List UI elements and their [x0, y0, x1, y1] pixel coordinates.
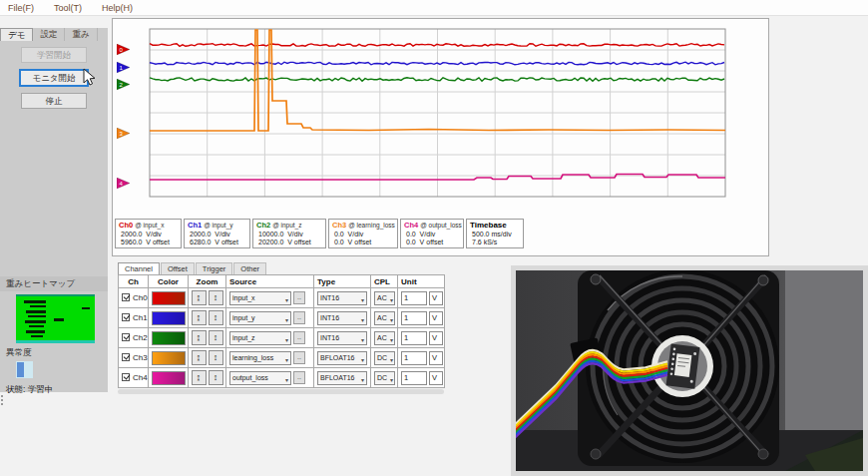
settings-tab-trigger[interactable]: Trigger [196, 262, 232, 274]
channel-checkbox[interactable] [122, 353, 130, 361]
color-swatch[interactable] [152, 371, 186, 385]
vertical-zoom-out-button[interactable]: ↕ [209, 310, 223, 325]
status-label: 状態: 学習中 [6, 384, 108, 396]
channel-info-row: Ch0 @ input_x 2000.0 V/div5960.0 V offse… [115, 219, 524, 248]
source-dropdown[interactable]: input_y▾ [229, 311, 291, 325]
unit-suffix-input[interactable]: V [429, 371, 443, 385]
channel-marker-ch0[interactable]: 0 [117, 44, 131, 55]
channel-settings-block: ChannelOffsetTriggerOther ChColorZoomSou… [118, 262, 444, 388]
settings-tab-channel[interactable]: Channel [118, 262, 160, 274]
cpl-dropdown[interactable]: AC▾ [374, 331, 395, 345]
channel-label: Ch2 [133, 333, 148, 342]
settings-tab-other[interactable]: Other [233, 262, 266, 274]
source-browse-button[interactable]: .. [293, 371, 305, 384]
sidebar-tab-設定[interactable]: 設定 [33, 28, 65, 41]
column-header-type: Type [314, 275, 371, 288]
cpl-dropdown[interactable]: AC▾ [374, 291, 395, 305]
weight-heatmap-title: 重みヒートマップ [0, 276, 108, 291]
channel-info-ch2: Ch2 @ input_z 10000.0 V/div20200.0 V off… [252, 219, 326, 248]
source-dropdown[interactable]: input_z▾ [229, 331, 291, 345]
unit-suffix-input[interactable]: V [429, 351, 443, 365]
splitter-grip[interactable] [1, 395, 5, 405]
settings-tab-offset[interactable]: Offset [161, 262, 195, 274]
type-dropdown[interactable]: BFLOAT16▾ [317, 371, 367, 385]
unit-suffix-input[interactable]: V [429, 291, 443, 305]
unit-suffix-input[interactable]: V [429, 331, 443, 345]
table-row: Ch4↨↕output_loss▾..BFLOAT16▾DC▾1V [119, 368, 445, 388]
cpl-dropdown[interactable]: DC▾ [374, 351, 395, 365]
mouse-cursor [83, 68, 96, 90]
channel-cell-ch0: Ch0 [119, 288, 149, 308]
start-monitor-button[interactable]: モニタ開始 [19, 69, 89, 87]
table-row: Ch3↨↕learning_loss▾..BFLOAT16▾DC▾1V [119, 348, 445, 368]
type-dropdown[interactable]: INT16▾ [317, 291, 367, 305]
cpl-dropdown[interactable]: AC▾ [374, 311, 395, 325]
channel-label: Ch0 [133, 293, 148, 302]
vertical-zoom-out-button[interactable]: ↕ [209, 330, 223, 345]
channel-checkbox[interactable] [122, 333, 130, 341]
column-header-cpl: CPL [371, 275, 398, 288]
channel-cell-ch2: Ch2 [119, 328, 149, 348]
column-header-unit: Unit [398, 275, 445, 288]
menu-item-file[interactable]: File(F) [8, 3, 34, 13]
vertical-zoom-in-button[interactable]: ↨ [192, 310, 207, 325]
unit-value-input[interactable]: 1 [401, 291, 427, 305]
source-browse-button[interactable]: .. [293, 351, 305, 364]
unit-value-input[interactable]: 1 [401, 351, 427, 365]
vertical-zoom-in-button[interactable]: ↨ [192, 370, 207, 385]
stop-button[interactable]: 停止 [21, 93, 87, 109]
color-swatch[interactable] [152, 351, 186, 365]
channel-checkbox[interactable] [122, 373, 130, 381]
settings-tab-strip: ChannelOffsetTriggerOther [118, 262, 444, 274]
source-dropdown[interactable]: output_loss▾ [229, 371, 291, 385]
unit-value-input[interactable]: 1 [401, 331, 427, 345]
vertical-zoom-out-button[interactable]: ↕ [209, 370, 223, 385]
cpl-dropdown[interactable]: DC▾ [374, 371, 395, 385]
source-browse-button[interactable]: .. [293, 331, 305, 344]
unit-suffix-input[interactable]: V [429, 311, 443, 325]
table-horizontal-scrollbar[interactable] [118, 389, 444, 394]
source-browse-button[interactable]: .. [293, 311, 305, 324]
waveform-grid [149, 28, 726, 202]
channel-checkbox[interactable] [122, 293, 130, 301]
start-learning-button[interactable]: 学習開始 [21, 47, 87, 63]
color-swatch[interactable] [152, 311, 186, 325]
source-browse-button[interactable]: .. [293, 291, 305, 304]
color-swatch[interactable] [152, 331, 186, 345]
scope-plot-panel: 01234 Ch0 @ input_x 2000.0 V/div5960.0 V… [112, 18, 769, 256]
menu-bar: File(F)Tool(T)Help(H) [0, 0, 868, 16]
type-dropdown[interactable]: INT16▾ [317, 311, 367, 325]
unit-value-input[interactable]: 1 [401, 371, 427, 385]
column-header-ch: Ch [119, 275, 149, 288]
menu-item-tool[interactable]: Tool(T) [54, 3, 82, 13]
channel-marker-ch3[interactable]: 3 [117, 128, 131, 139]
sidebar-tab-デモ[interactable]: デモ [0, 28, 33, 41]
vertical-zoom-out-button[interactable]: ↕ [209, 290, 223, 305]
channel-label: Ch3 [133, 353, 148, 362]
column-header-color: Color [149, 275, 189, 288]
channel-marker-ch1[interactable]: 1 [117, 62, 131, 73]
vertical-zoom-in-button[interactable]: ↨ [192, 290, 207, 305]
type-dropdown[interactable]: INT16▾ [317, 331, 367, 345]
channel-checkbox[interactable] [122, 313, 130, 321]
vertical-zoom-out-button[interactable]: ↕ [209, 350, 223, 365]
column-header-zoom: Zoom [189, 275, 226, 288]
sidebar-tab-strip: デモ設定重み [0, 28, 108, 41]
timebase-info: Timebase500.0 ms/div7.6 kS/s [466, 219, 524, 248]
sidebar-tab-重み[interactable]: 重み [65, 28, 97, 41]
source-dropdown[interactable]: learning_loss▾ [229, 351, 291, 365]
channel-cell-ch3: Ch3 [119, 348, 149, 368]
vertical-zoom-in-button[interactable]: ↨ [192, 330, 207, 345]
anomaly-meter [16, 361, 33, 378]
channel-info-ch3: Ch3 @ learning_loss 0.0 V/div0.0 V offse… [328, 219, 398, 248]
menu-item-help[interactable]: Help(H) [102, 3, 133, 13]
color-swatch[interactable] [152, 291, 186, 305]
channel-cell-ch4: Ch4 [119, 368, 149, 388]
type-dropdown[interactable]: BFLOAT16▾ [317, 351, 367, 365]
source-dropdown[interactable]: input_x▾ [229, 291, 291, 305]
unit-value-input[interactable]: 1 [401, 311, 427, 325]
vertical-zoom-in-button[interactable]: ↨ [192, 350, 207, 365]
channel-marker-ch2[interactable]: 2 [117, 79, 131, 90]
channel-marker-ch4[interactable]: 4 [117, 178, 131, 189]
weight-heatmap [16, 294, 95, 343]
